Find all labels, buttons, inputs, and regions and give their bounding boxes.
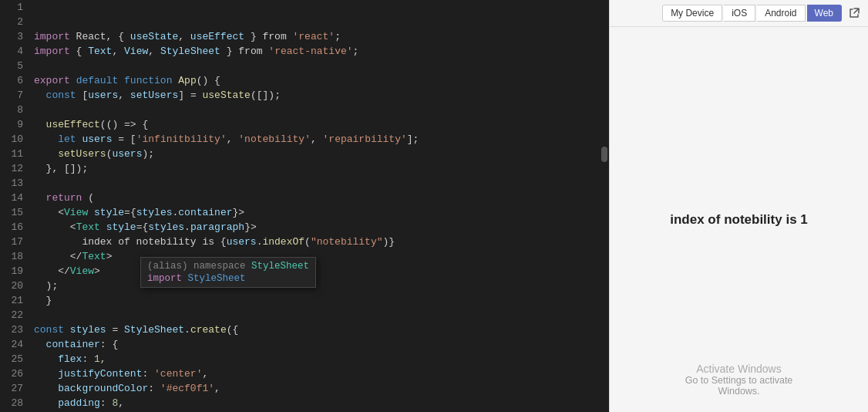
activate-windows-title: Activate Windows <box>675 363 804 375</box>
code-line-16: </Text> <box>34 249 609 264</box>
code-line-9: setUsers(users); <box>34 147 609 161</box>
line-number-25: 25 <box>0 352 23 366</box>
my-device-button[interactable]: My Device <box>662 5 722 22</box>
code-line-12: return ( <box>34 191 609 205</box>
line-number-23: 23 <box>0 323 23 337</box>
open-external-button[interactable] <box>848 7 860 19</box>
code-line-23: flex: 1, <box>34 352 609 366</box>
android-button[interactable]: Android <box>757 5 805 22</box>
tooltip-line2: import StyleSheet <box>147 273 309 284</box>
tooltip-import-module: StyleSheet <box>188 273 246 284</box>
line-number-22: 22 <box>0 308 23 323</box>
line-number-18: 18 <box>0 249 23 264</box>
line-number-5: 5 <box>0 59 23 73</box>
activate-windows-subtitle: Go to Settings to activate Windows. <box>675 375 804 397</box>
line-number-11: 11 <box>0 147 23 161</box>
line-number-24: 24 <box>0 337 23 352</box>
scrollbar-thumb[interactable] <box>601 147 607 162</box>
code-line-5: const [users, setUsers] = useState([]); <box>34 88 609 103</box>
ios-button[interactable]: iOS <box>724 5 755 22</box>
code-line-18: ); <box>34 279 609 293</box>
line-number-17: 17 <box>0 235 23 249</box>
code-line-21: const styles = StyleSheet.create({ <box>34 323 609 337</box>
web-button[interactable]: Web <box>807 5 842 22</box>
code-line-6 <box>34 103 609 117</box>
code-line-24: justifyContent: 'center', <box>34 366 609 381</box>
code-line-3 <box>34 59 609 73</box>
code-line-2: import { Text, View, StyleSheet } from '… <box>34 44 609 59</box>
preview-content: index of notebility is 1 <box>610 27 868 412</box>
line-number-13: 13 <box>0 176 23 191</box>
line-number-16: 16 <box>0 220 23 235</box>
code-line-26: padding: 8, <box>34 396 609 410</box>
code-line-25: backgroundColor: '#ecf0f1', <box>34 381 609 396</box>
code-editor: 1234567891011121314151617181920212223242… <box>0 0 609 412</box>
code-line-13: <View style={styles.container}> <box>34 205 609 220</box>
line-number-9: 9 <box>0 117 23 132</box>
line-numbers: 1234567891011121314151617181920212223242… <box>0 0 31 412</box>
code-line-4: export default function App() { <box>34 73 609 88</box>
code-line-10: }, []); <box>34 161 609 176</box>
preview-result-text: index of notebility is 1 <box>670 212 808 228</box>
line-number-3: 3 <box>0 29 23 44</box>
code-line-8: let users = ['infinitbility', 'notebilit… <box>34 132 609 147</box>
code-line-17: </View> <box>34 264 609 279</box>
code-line-15: index of notebility is {users.indexOf("n… <box>34 235 609 249</box>
code-line-7: useEffect(() => { <box>34 117 609 132</box>
preview-toolbar: My Device iOS Android Web <box>610 0 868 27</box>
line-number-10: 10 <box>0 132 23 147</box>
line-number-14: 14 <box>0 191 23 205</box>
code-line-20 <box>34 308 609 323</box>
line-number-12: 12 <box>0 161 23 176</box>
line-number-28: 28 <box>0 396 23 410</box>
line-number-26: 26 <box>0 366 23 381</box>
tooltip-line1: (alias) namespace StyleSheet <box>147 261 309 272</box>
activate-windows-notice: Activate Windows Go to Settings to activ… <box>675 363 804 397</box>
preview-panel: My Device iOS Android Web index of noteb… <box>609 0 868 412</box>
tooltip-import-keyword: import <box>147 273 182 284</box>
external-link-icon <box>848 7 860 19</box>
editor-scrollbar[interactable] <box>600 0 609 412</box>
code-line-14: <Text style={styles.paragraph}> <box>34 220 609 235</box>
line-number-27: 27 <box>0 381 23 396</box>
line-number-8: 8 <box>0 103 23 117</box>
line-number-4: 4 <box>0 44 23 59</box>
code-line-19: } <box>34 293 609 308</box>
line-number-1: 1 <box>0 0 23 15</box>
tooltip-namespace: StyleSheet <box>251 261 309 272</box>
line-number-7: 7 <box>0 88 23 103</box>
line-number-15: 15 <box>0 205 23 220</box>
code-line-1: import React, { useState, useEffect } fr… <box>34 29 609 44</box>
line-number-19: 19 <box>0 264 23 279</box>
autocomplete-tooltip: (alias) namespace StyleSheet import Styl… <box>140 257 316 288</box>
line-number-2: 2 <box>0 15 23 29</box>
line-number-21: 21 <box>0 293 23 308</box>
code-line-22: container: { <box>34 337 609 352</box>
code-content[interactable]: import React, { useState, useEffect } fr… <box>31 0 609 412</box>
line-number-6: 6 <box>0 73 23 88</box>
line-number-20: 20 <box>0 279 23 293</box>
code-line-11 <box>34 176 609 191</box>
